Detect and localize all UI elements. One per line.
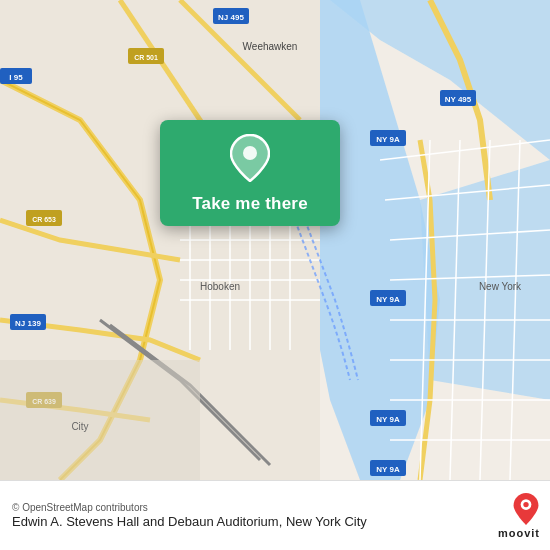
svg-text:NY 9A: NY 9A	[376, 295, 400, 304]
svg-text:Hoboken: Hoboken	[200, 281, 240, 292]
svg-text:City: City	[71, 421, 88, 432]
svg-text:NJ 495: NJ 495	[218, 13, 244, 22]
svg-text:CR 501: CR 501	[134, 54, 158, 61]
svg-text:NJ 139: NJ 139	[15, 319, 41, 328]
svg-text:NY 9A: NY 9A	[376, 135, 400, 144]
take-me-there-button[interactable]: Take me there	[192, 194, 308, 214]
location-title: Edwin A. Stevens Hall and Debaun Auditor…	[12, 513, 488, 531]
map-background: I 95 NJ 495 CR 501 CR 653 NJ 139 CR 639 …	[0, 0, 550, 480]
svg-text:NY 9A: NY 9A	[376, 415, 400, 424]
svg-rect-49	[0, 360, 200, 480]
osm-attribution: © OpenStreetMap contributors	[12, 502, 488, 513]
map-container: I 95 NJ 495 CR 501 CR 653 NJ 139 CR 639 …	[0, 0, 550, 480]
svg-text:CR 653: CR 653	[32, 216, 56, 223]
svg-text:New York: New York	[479, 281, 522, 292]
svg-text:NY 9A: NY 9A	[376, 465, 400, 474]
svg-text:NY 495: NY 495	[445, 95, 472, 104]
svg-point-51	[243, 146, 257, 160]
location-info: © OpenStreetMap contributors Edwin A. St…	[12, 500, 488, 531]
location-card[interactable]: Take me there	[160, 120, 340, 226]
svg-text:I 95: I 95	[9, 73, 23, 82]
svg-point-53	[523, 501, 528, 506]
moovit-text: moovit	[498, 527, 540, 539]
moovit-pin-icon	[512, 493, 540, 525]
moovit-logo[interactable]: moovit	[498, 493, 540, 539]
svg-text:Weehawken: Weehawken	[243, 41, 298, 52]
map-pin-icon	[230, 134, 270, 186]
bottom-bar: © OpenStreetMap contributors Edwin A. St…	[0, 480, 550, 550]
